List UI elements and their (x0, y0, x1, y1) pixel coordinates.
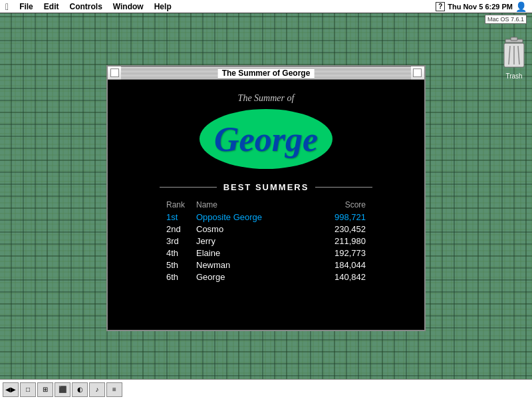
header-line-right (315, 187, 372, 188)
header-rank: Rank (166, 200, 196, 209)
trash-label: Trash (505, 72, 522, 80)
cell-rank: 2nd (166, 224, 196, 234)
table-row: 4th Elaine 192,773 (166, 248, 366, 258)
help-icon: ? (436, 2, 445, 11)
best-summers-header: BEST SUMMERS (160, 182, 372, 192)
apple-menu[interactable]:  (0, 0, 14, 13)
cell-name: Elaine (196, 248, 313, 258)
clock: Thu Nov 5 6:29 PM (448, 3, 513, 11)
cell-rank: 4th (166, 248, 196, 258)
table-row: 1st Opposite George 998,721 (166, 212, 366, 222)
taskbar-btn-nav[interactable]: ◀▶ (3, 382, 19, 397)
trash-container: Trash (500, 37, 528, 80)
cell-score: 184,044 (313, 260, 366, 270)
taskbar-btn-menu[interactable]: ≡ (106, 382, 122, 397)
cell-score: 211,980 (313, 236, 366, 246)
apple-icon:  (5, 1, 9, 12)
window-menu[interactable]: Window (108, 0, 149, 13)
cell-score: 998,721 (313, 212, 366, 222)
cell-name: Cosmo (196, 224, 313, 234)
edit-menu[interactable]: Edit (39, 0, 65, 13)
table-row: 6th George 140,842 (166, 272, 366, 282)
cell-rank: 5th (166, 260, 196, 270)
taskbar: ◀▶ □ ⊞ ⬛ ◐ ♪ ≡ (0, 379, 532, 399)
scores-table: Rank Name Score 1st Opposite George 998,… (166, 200, 366, 284)
cell-name: Opposite George (196, 212, 313, 222)
table-row: 2nd Cosmo 230,452 (166, 224, 366, 234)
main-window: The Summer of George The Summer of Georg… (106, 65, 426, 331)
taskbar-btn-contrast[interactable]: ◐ (72, 382, 88, 397)
cell-name: Jerry (196, 236, 313, 246)
cell-rank: 6th (166, 272, 196, 282)
os-version-badge: Mac OS 7.6.1 (485, 15, 527, 24)
score-rows-container: 1st Opposite George 998,721 2nd Cosmo 23… (166, 212, 366, 282)
george-name-text: George (214, 120, 318, 159)
taskbar-btn-grid[interactable]: ⊞ (37, 382, 53, 397)
controls-menu[interactable]: Controls (64, 0, 107, 13)
taskbar-btn-window[interactable]: □ (20, 382, 36, 397)
window-title: The Summer of George (218, 68, 315, 78)
window-close-button[interactable] (110, 68, 119, 77)
cell-name: Newman (196, 260, 313, 270)
george-logo: George (200, 109, 332, 169)
user-icon: 👤 (515, 1, 527, 12)
table-row: 3rd Jerry 211,980 (166, 236, 366, 246)
trash-icon[interactable] (500, 37, 528, 71)
header-name: Name (196, 200, 313, 209)
cell-name: George (196, 272, 313, 282)
table-header-row: Rank Name Score (166, 200, 366, 209)
cell-rank: 3rd (166, 236, 196, 246)
george-oval: George (200, 109, 332, 169)
window-zoom-button[interactable] (413, 68, 422, 77)
window-content: The Summer of George BEST SUMMERS Rank N… (108, 80, 424, 330)
cell-score: 140,842 (313, 272, 366, 282)
taskbar-btn-black[interactable]: ⬛ (55, 382, 70, 397)
table-row: 5th Newman 184,044 (166, 260, 366, 270)
menubar:  File Edit Controls Window Help ? Thu N… (0, 0, 532, 13)
window-titlebar: The Summer of George (108, 66, 424, 80)
svg-rect-1 (511, 37, 517, 41)
cell-score: 230,452 (313, 224, 366, 234)
cell-score: 192,773 (313, 248, 366, 258)
header-score: Score (313, 200, 366, 209)
best-summers-label: BEST SUMMERS (223, 182, 309, 192)
header-line-left (160, 187, 217, 188)
cell-rank: 1st (166, 212, 196, 222)
menubar-clock-area: ? Thu Nov 5 6:29 PM 👤 (436, 1, 532, 12)
subtitle-text: The Summer of (238, 93, 295, 104)
help-menu[interactable]: Help (149, 0, 177, 13)
taskbar-btn-audio[interactable]: ♪ (89, 382, 105, 397)
file-menu[interactable]: File (14, 0, 39, 13)
